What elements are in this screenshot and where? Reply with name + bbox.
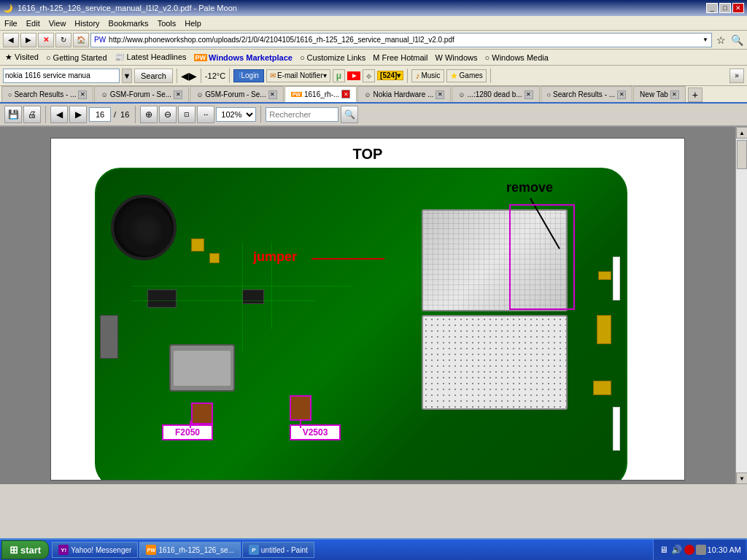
star-button[interactable]: ☆ [713, 33, 728, 47]
maximize-button[interactable]: □ [719, 3, 731, 13]
pdf-sep-3 [260, 106, 261, 123]
taskbar-yahoo-messenger[interactable]: Y! Yahoo! Messenger [52, 542, 138, 558]
url-combo[interactable]: nokia 1616 service manua [3, 69, 120, 83]
menu-history[interactable]: History [70, 18, 104, 29]
bookmark-visited[interactable]: ★ Visited [3, 52, 41, 63]
bookmark-windows[interactable]: W Windows [433, 52, 479, 63]
tab-nokia-hardware[interactable]: ☺ Nokia Hardware ... ✕ [357, 86, 451, 102]
pdf-next-button[interactable]: ▶ [69, 106, 87, 123]
pdf-zoomout-button[interactable]: ⊖ [159, 106, 177, 123]
bookmark-free-hotmail[interactable]: M Free Hotmail [371, 52, 430, 63]
email-notifier-button[interactable]: ✉ E-mail Notifier▾ [266, 69, 330, 82]
start-button[interactable]: ⊞ start [1, 540, 49, 559]
menu-edit[interactable]: Edit [22, 18, 44, 29]
menu-view[interactable]: View [44, 18, 71, 29]
tab-gsm-forum-1[interactable]: ☺ GSM-Forum - Se... ✕ [94, 86, 189, 102]
tab-close-7[interactable]: ✕ [617, 90, 626, 99]
tab-close-2[interactable]: ✕ [174, 90, 182, 99]
white-bar-2 [613, 407, 620, 451]
badge-button[interactable]: [524]▾ [377, 71, 403, 80]
music-button[interactable]: ♪ Music [411, 69, 444, 82]
menu-bar: File Edit View History Bookmarks Tools H… [0, 16, 747, 31]
bookmark-customize-links[interactable]: ○ Customize Links [298, 52, 368, 63]
tray-antivirus-icon[interactable] [684, 545, 694, 555]
back-button[interactable]: ◀ [3, 33, 19, 47]
bookmark-windows-marketplace[interactable]: PW Windows Marketplace [192, 52, 295, 63]
search-web-button[interactable]: 🔍 [729, 33, 744, 47]
bookmark-windows-media[interactable]: ○ Windows Media [483, 52, 551, 63]
remove-label: remove [506, 180, 553, 195]
search-button[interactable]: Search [134, 69, 173, 83]
pdf-sep-2 [135, 106, 136, 123]
address-bar[interactable]: PW http://www.phoneworkshop.com/uploads/… [90, 33, 712, 47]
url-combo-arrow[interactable]: ▼ [122, 69, 132, 83]
pdf-page-input[interactable] [89, 107, 111, 122]
home-button[interactable]: 🏠 [73, 33, 89, 47]
tab-close-6[interactable]: ✕ [525, 90, 533, 99]
tab-new-tab[interactable]: New Tab ✕ [633, 86, 686, 102]
menu-file[interactable]: File [0, 18, 22, 29]
tab-pdf-active[interactable]: PW 1616_rh-... ✕ [285, 86, 357, 102]
content-area: TOP BOTTOM [0, 127, 747, 484]
tray-network-icon[interactable]: 🖥 [658, 544, 670, 556]
scroll-thumb[interactable] [737, 140, 747, 169]
tab-close-5[interactable]: ✕ [436, 90, 444, 99]
pdf-zoom-select[interactable]: 102% 75% 100% 125% 150% [216, 107, 256, 122]
pdf-page-separator: / [114, 110, 116, 119]
forward-button[interactable]: ▶ [20, 33, 36, 47]
tab-search-results-1[interactable]: ○ Search Results - ... ✕ [1, 86, 93, 102]
menu-bookmarks[interactable]: Bookmarks [104, 18, 153, 29]
bookmark-latest-headlines[interactable]: 📰 Latest Headlines [112, 52, 189, 63]
refresh-button[interactable]: ↻ [55, 33, 71, 47]
gold-chip-1 [191, 238, 204, 252]
pdf-search-button[interactable]: 🔍 [341, 106, 358, 123]
tab-close-3[interactable]: ✕ [268, 90, 277, 99]
menu-help[interactable]: Help [180, 18, 206, 29]
tray-icon-2[interactable] [696, 545, 706, 555]
login-button[interactable]: f Login [233, 69, 264, 82]
system-clock[interactable]: 10:30 AM [708, 545, 741, 554]
minimize-button[interactable]: _ [706, 3, 718, 13]
pdf-fitwidth-button[interactable]: ↔ [197, 106, 214, 123]
tab-1280-dead[interactable]: ☺ ...:1280 dead b... ✕ [452, 86, 539, 102]
pdf-prev-button[interactable]: ◀ [50, 106, 68, 123]
taskbar-paint[interactable]: P untitled - Paint [242, 542, 314, 558]
taskbar-pdf-viewer[interactable]: PW 1616_rh-125_126_se... [139, 542, 240, 558]
tray-volume-icon[interactable]: 🔊 [671, 544, 683, 556]
tab-close-4[interactable]: ✕ [341, 90, 350, 98]
tab-close-8[interactable]: ✕ [670, 90, 679, 99]
expand-button[interactable]: » [729, 69, 744, 83]
pdf-save-button[interactable]: 💾 [4, 106, 22, 123]
stop-button[interactable]: ✕ [38, 33, 54, 47]
address-dropdown-icon[interactable]: ▼ [703, 36, 708, 43]
separator-3 [229, 69, 230, 83]
paint-label: untitled - Paint [261, 546, 308, 554]
pdf-zoomin-button[interactable]: ⊕ [140, 106, 158, 123]
youtube-icon[interactable]: ▶ [347, 71, 360, 80]
tab-close-1[interactable]: ✕ [78, 90, 87, 99]
scroll-up-button[interactable]: ▲ [736, 127, 747, 139]
pdf-content: TOP BOTTOM [0, 127, 735, 484]
tab-search-results-2[interactable]: ○ Search Results - ... ✕ [541, 86, 632, 102]
menu-tools[interactable]: Tools [153, 18, 181, 29]
bookmark-getting-started[interactable]: ○ Getting Started [44, 52, 109, 63]
tab-gsm-forum-2[interactable]: ☺ G5M-Forum - Se... ✕ [190, 86, 284, 102]
close-button[interactable]: ✕ [732, 3, 744, 13]
utorrent-button[interactable]: μ [333, 69, 345, 82]
toolbar-bar: nokia 1616 service manua ▼ Search ◀▶ -12… [0, 66, 747, 86]
games-button[interactable]: ★ Games [446, 69, 487, 82]
start-label: start [20, 545, 41, 556]
new-tab-button[interactable]: + [688, 88, 703, 102]
pdf-search-input[interactable] [266, 107, 338, 122]
circuit-board-container: F2050 V2503 remove [95, 168, 627, 481]
windows-logo: ⊞ [9, 544, 18, 556]
gold-chip-2 [209, 253, 220, 263]
taskbar: ⊞ start Y! Yahoo! Messenger PW 1616_rh-1… [0, 538, 747, 560]
unknown-icon[interactable]: ⟐ [363, 69, 375, 82]
pdf-print-button[interactable]: 🖨 [23, 106, 41, 123]
pdf-taskbar-favicon: PW [146, 545, 156, 555]
scroll-down-button[interactable]: ▼ [736, 472, 747, 484]
nav-arrows[interactable]: ◀▶ [181, 70, 197, 82]
pdf-fitpage-button[interactable]: ⊡ [178, 106, 196, 123]
v2503-label-box: V2503 [290, 424, 341, 440]
